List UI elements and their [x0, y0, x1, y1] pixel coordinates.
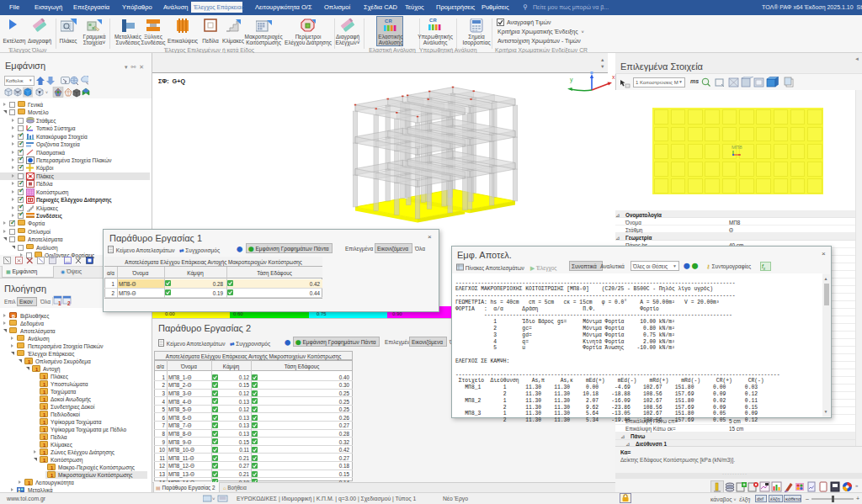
svg-text:»: » — [855, 483, 859, 488]
svg-text:1: 1 — [58, 300, 61, 306]
svg-text:˅: ˅ — [45, 90, 48, 95]
svg-text:˅: ˅ — [212, 496, 216, 501]
svg-text:2: 2 — [67, 300, 71, 306]
